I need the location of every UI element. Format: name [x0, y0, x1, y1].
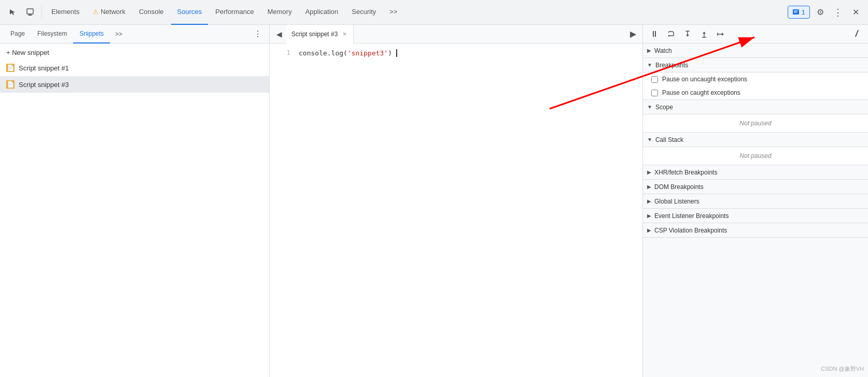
snippet-item-3[interactable]: 📄 Script snippet #3: [0, 76, 269, 93]
tab-elements[interactable]: Elements: [45, 0, 86, 25]
event-listener-breakpoints-section-header[interactable]: ▶ Event Listener Breakpoints: [643, 209, 868, 223]
watermark: CSDN @象野VH: [821, 365, 864, 373]
snippet-icon-3: 📄: [6, 80, 15, 89]
run-snippet-button[interactable]: ▶: [626, 27, 640, 41]
code-line-1: 1 console.log('snippet3'): [270, 48, 642, 58]
breakpoints-section-content: Pause on uncaught exceptions Pause on ca…: [643, 72, 868, 100]
left-sidebar: Page Filesystem Snippets >> ⋮ + New snip…: [0, 25, 270, 377]
code-string: 'snippet3': [347, 49, 388, 57]
snippet-item-1[interactable]: 📄 Script snippet #1: [0, 60, 269, 76]
right-sections: ▶ Watch ▼ Breakpoints Pause on uncaught …: [643, 44, 868, 377]
sidebar-menu-button[interactable]: ⋮: [250, 27, 265, 41]
csp-violation-breakpoints-section-header[interactable]: ▶ CSP Violation Breakpoints: [643, 223, 868, 238]
new-snippet-button[interactable]: + New snippet: [0, 46, 269, 60]
sidebar-tab-snippets[interactable]: Snippets: [73, 25, 110, 44]
right-panel: ⏸: [643, 25, 868, 377]
call-stack-section-content: Not paused: [643, 147, 868, 165]
hide-sidebar-button[interactable]: ◀: [272, 27, 286, 41]
device-toolbar-icon[interactable]: [22, 4, 38, 21]
step-into-button[interactable]: [680, 27, 695, 41]
global-listeners-section-header[interactable]: ▶ Global Listeners: [643, 194, 868, 209]
code-cursor: [392, 49, 397, 57]
xhr-triangle: ▶: [647, 169, 651, 175]
call-stack-triangle: ▼: [647, 137, 652, 142]
tab-security[interactable]: Security: [345, 0, 382, 25]
scope-section-header[interactable]: ▼ Scope: [643, 100, 868, 114]
dom-triangle: ▶: [647, 184, 651, 190]
sidebar-content: + New snippet 📄 Script snippet #1 📄 Scri…: [0, 44, 269, 377]
svg-marker-11: [703, 32, 706, 34]
network-warn-icon: ⚠: [93, 8, 99, 16]
code-content: console.log('snippet3'): [299, 49, 397, 57]
tab-application[interactable]: Application: [299, 0, 345, 25]
global-triangle: ▶: [647, 198, 651, 204]
editor-tab-close-button[interactable]: ×: [341, 31, 348, 38]
toolbar-right: 1 ⚙ ⋮ ✕: [788, 4, 864, 21]
sidebar-tab-more[interactable]: >>: [112, 25, 125, 44]
select-tool-icon[interactable]: [4, 4, 21, 21]
pause-caught-checkbox[interactable]: [651, 90, 658, 96]
tab-performance[interactable]: Performance: [209, 0, 260, 25]
more-options-button[interactable]: ⋮: [831, 5, 845, 20]
center-panel: ◀ Script snippet #3 × ▶ 1 console.log('s…: [270, 25, 643, 377]
tab-network[interactable]: ⚠ Network: [87, 0, 132, 25]
breakpoints-section-header[interactable]: ▼ Breakpoints: [643, 58, 868, 72]
top-toolbar: Elements ⚠ Network Console Sources Perfo…: [0, 0, 868, 25]
tab-sources[interactable]: Sources: [171, 0, 208, 25]
code-close: ): [388, 49, 392, 57]
scope-section-content: Not paused: [643, 114, 868, 133]
csp-triangle: ▶: [647, 227, 651, 233]
xhr-breakpoints-section-header[interactable]: ▶ XHR/fetch Breakpoints: [643, 165, 868, 180]
tab-memory[interactable]: Memory: [261, 0, 298, 25]
feedback-badge-button[interactable]: 1: [788, 6, 810, 19]
step-over-button[interactable]: [664, 27, 678, 41]
svg-marker-14: [722, 33, 724, 36]
sidebar-tab-filesystem[interactable]: Filesystem: [31, 25, 73, 44]
watch-triangle: ▶: [647, 48, 651, 53]
dom-breakpoints-section-header[interactable]: ▶ DOM Breakpoints: [643, 180, 868, 194]
svg-marker-8: [686, 35, 689, 37]
debugger-toolbar: ⏸: [643, 25, 868, 44]
step-out-button[interactable]: [697, 27, 711, 41]
snippet-icon-1: 📄: [6, 64, 15, 72]
pause-uncaught-checkbox[interactable]: [651, 76, 658, 83]
editor-body[interactable]: 1 console.log('snippet3'): [270, 44, 642, 377]
tab-console[interactable]: Console: [133, 0, 170, 25]
pause-resume-button[interactable]: ⏸: [647, 27, 662, 41]
deactivate-breakpoints-button[interactable]: /: [849, 27, 864, 41]
step-button[interactable]: [713, 27, 728, 41]
call-stack-not-paused: Not paused: [643, 147, 868, 165]
call-stack-section-header[interactable]: ▼ Call Stack: [643, 133, 868, 147]
tab-more[interactable]: >>: [383, 0, 403, 25]
editor-tab-snippet3[interactable]: Script snippet #3 ×: [286, 25, 354, 44]
sidebar-tabs: Page Filesystem Snippets >> ⋮: [0, 25, 269, 44]
pause-uncaught-row[interactable]: Pause on uncaught exceptions: [643, 72, 868, 86]
scope-not-paused: Not paused: [643, 114, 868, 132]
editor-tabs: ◀ Script snippet #3 × ▶: [270, 25, 642, 44]
breakpoints-triangle: ▼: [647, 62, 652, 68]
scope-triangle: ▼: [647, 104, 652, 110]
svg-rect-2: [28, 15, 32, 16]
event-triangle: ▶: [647, 213, 651, 219]
svg-rect-0: [27, 9, 33, 14]
main-container: Page Filesystem Snippets >> ⋮ + New snip…: [0, 25, 868, 377]
watch-section-header[interactable]: ▶ Watch: [643, 44, 868, 58]
toolbar-divider-1: [41, 6, 42, 19]
close-devtools-button[interactable]: ✕: [847, 4, 864, 21]
settings-button[interactable]: ⚙: [812, 4, 829, 21]
code-func: console.log(: [299, 49, 347, 57]
svg-marker-6: [668, 35, 670, 37]
sidebar-tab-page[interactable]: Page: [4, 25, 31, 44]
pause-caught-row[interactable]: Pause on caught exceptions: [643, 86, 868, 99]
